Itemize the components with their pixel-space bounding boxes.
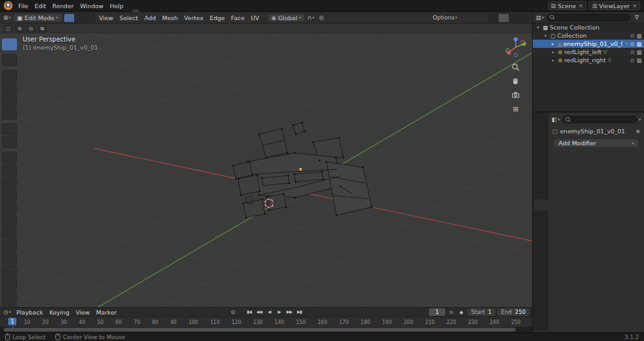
scene-selector[interactable]: ▤ Scene ×: [548, 1, 587, 10]
properties-tab-view-layer[interactable]: [535, 152, 548, 163]
viewport-canvas[interactable]: [0, 33, 532, 307]
transport-button[interactable]: ▮◀: [245, 308, 254, 316]
hide-eye-icon[interactable]: ⊙: [630, 41, 635, 47]
menu-item[interactable]: Window: [77, 2, 106, 10]
tool-setting-button[interactable]: ⊠: [37, 25, 47, 32]
select-mode-button-vertex[interactable]: [64, 14, 74, 22]
remove-view-layer-icon[interactable]: ×: [632, 3, 637, 9]
zoom-icon[interactable]: [510, 62, 521, 72]
tool-button-cursor[interactable]: [2, 54, 17, 66]
transport-button[interactable]: ◀: [265, 308, 274, 316]
workspace-tab[interactable]: [140, 9, 147, 12]
editor-type-button[interactable]: ⊞ ▾: [3, 13, 12, 22]
proportional-editing-button[interactable]: ◎: [317, 13, 326, 22]
properties-tab-physics[interactable]: [535, 223, 548, 235]
properties-tab-output[interactable]: [535, 140, 548, 151]
frame-end-field[interactable]: End 250: [497, 308, 530, 316]
properties-tab-constraints[interactable]: [535, 235, 548, 247]
viewport-menu-item[interactable]: View: [96, 14, 117, 22]
tool-button-loop-cut[interactable]: [2, 202, 17, 214]
hide-eye-icon[interactable]: ⊙: [630, 49, 635, 55]
navigation-gizmo[interactable]: [504, 36, 527, 59]
editor-type-button[interactable]: ▤ ▾: [535, 13, 545, 22]
transport-button[interactable]: ▶▮: [295, 308, 304, 316]
add-modifier-button[interactable]: Add Modifier ▾: [553, 138, 639, 148]
tool-button-rip-region[interactable]: [2, 303, 17, 307]
pan-hand-icon[interactable]: [510, 76, 521, 86]
workspace-tab[interactable]: [192, 9, 200, 12]
viewport-menu-item[interactable]: Mesh: [159, 14, 181, 22]
tool-button-bevel[interactable]: [2, 189, 17, 201]
viewport-toggle-show-overlays[interactable]: [468, 13, 477, 22]
tool-button-poly-build[interactable]: [2, 227, 17, 239]
shading-mode-button-wireframe[interactable]: [489, 14, 499, 22]
workspace-tab[interactable]: [208, 9, 215, 12]
select-mode-button-face[interactable]: [84, 14, 94, 22]
timeline-scroll-area[interactable]: [0, 327, 532, 332]
outliner-row[interactable]: ▾ ▢ Collection ⊙ ▦: [533, 31, 644, 40]
tool-button-knife[interactable]: [2, 215, 17, 226]
camera-view-icon[interactable]: [510, 90, 521, 100]
viewport-menu-item[interactable]: Face: [228, 14, 247, 22]
tool-button-extrude-region[interactable]: [2, 164, 17, 176]
transport-button[interactable]: ◀◀: [255, 308, 264, 316]
outliner-row[interactable]: ▸ ⊛ redLight_left ▽ ⊙ ▦: [533, 48, 644, 56]
tool-button-shear[interactable]: [2, 290, 17, 302]
timeline-ruler[interactable]: 1 11020304050607080901001101201301401501…: [0, 316, 532, 327]
transport-button[interactable]: ▶▶: [285, 308, 294, 316]
auto-keying-icon[interactable]: ⊙: [228, 308, 238, 316]
menu-item[interactable]: File: [15, 2, 31, 10]
breadcrumb-object-name[interactable]: enemyShip_01_v0_01: [560, 128, 625, 135]
timeline-scrollbar[interactable]: [4, 328, 516, 332]
tool-button-add-cube[interactable]: [2, 152, 17, 164]
tool-button-smooth[interactable]: [2, 252, 17, 264]
disable-render-icon[interactable]: ▦: [636, 57, 641, 64]
timeline-menu-item[interactable]: Keying: [46, 308, 72, 316]
expander-icon[interactable]: ▾: [535, 25, 541, 30]
tool-button-spin[interactable]: [2, 240, 17, 252]
disable-render-icon[interactable]: ▦: [636, 33, 641, 39]
tool-button-edge-slide[interactable]: [2, 265, 17, 277]
toggle-ortho-icon[interactable]: ⊞: [510, 104, 521, 114]
viewport-menu-item[interactable]: Add: [141, 14, 158, 22]
editor-type-button[interactable]: ◧ ▾: [551, 115, 560, 124]
tool-setting-button[interactable]: ⊟: [26, 25, 36, 32]
mode-dropdown[interactable]: ▣ Edit Mode ▾: [13, 13, 62, 22]
properties-tab-render[interactable]: [535, 128, 548, 139]
filter-icon[interactable]: ∇: [632, 13, 641, 22]
viewport-menu-item[interactable]: Edge: [206, 14, 228, 22]
editor-type-button[interactable]: ◷ ▾: [3, 308, 12, 316]
tool-setting-button[interactable]: ◻: [3, 25, 13, 32]
keyframe-icon[interactable]: ◆: [457, 310, 465, 315]
viewport-menu-item[interactable]: Select: [116, 14, 141, 22]
workspace-tab[interactable]: [185, 9, 192, 12]
expander-icon[interactable]: ▾: [543, 33, 548, 38]
properties-tab-tool[interactable]: [535, 116, 548, 127]
blender-logo-icon[interactable]: [4, 1, 13, 10]
hide-eye-icon[interactable]: ⊙: [630, 57, 635, 64]
transport-button[interactable]: ▶: [275, 308, 284, 316]
outliner-row[interactable]: ▸ ⊛ redLight_right ▽ ⊙ ▦: [533, 56, 644, 64]
tool-button-move[interactable]: [2, 70, 17, 82]
properties-tab-object-data[interactable]: [535, 247, 548, 259]
properties-tab-world[interactable]: [535, 176, 548, 187]
expander-icon[interactable]: ▸: [550, 42, 555, 47]
workspace-tab[interactable]: [177, 9, 185, 12]
menu-item[interactable]: Help: [107, 2, 127, 10]
viewport-menu-item[interactable]: Vertex: [181, 14, 207, 22]
properties-tab-object[interactable]: [535, 187, 548, 199]
shading-mode-button-solid[interactable]: [499, 14, 509, 22]
unlink-scene-icon[interactable]: ×: [579, 3, 584, 9]
tool-button-measure[interactable]: [2, 136, 17, 148]
keying-set-icon[interactable]: ⊙: [447, 310, 455, 315]
tool-button-inset-faces[interactable]: [2, 177, 17, 189]
properties-search-input[interactable]: [562, 116, 637, 123]
view-layer-selector[interactable]: ▥ ViewLayer ×: [589, 1, 640, 10]
workspace-tab[interactable]: [132, 9, 140, 12]
viewport-3d[interactable]: User Perspective (1) enemyShip_01_v0_01: [0, 33, 532, 307]
orientation-dropdown[interactable]: ⊕ Global ▾: [267, 13, 305, 22]
workspace-tab[interactable]: [215, 9, 223, 12]
properties-tab-modifiers[interactable]: [535, 199, 548, 211]
workspace-tab[interactable]: [170, 9, 177, 12]
tool-button-annotate[interactable]: [2, 123, 17, 135]
